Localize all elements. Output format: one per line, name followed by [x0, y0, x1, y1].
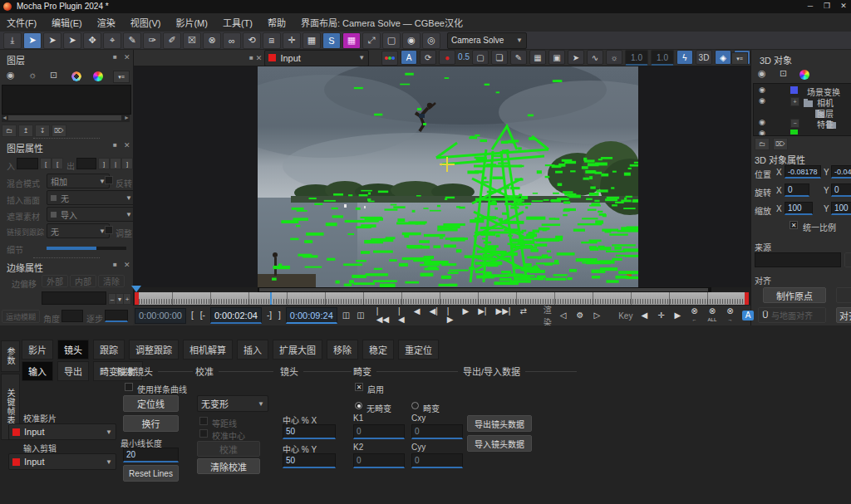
objects-tree[interactable]: ◉ 场景变换 ◉ + 相机 图层 ◉ − 特征 ◉	[753, 83, 851, 136]
menu-item-3[interactable]: 视图(V)	[130, 16, 161, 29]
out-marker[interactable]	[745, 292, 749, 305]
step-forward-button[interactable]: |▶	[445, 307, 455, 324]
gamma-field[interactable]: 1.0	[651, 50, 674, 66]
cxy-field[interactable]: 0	[411, 424, 463, 439]
min-line-length-field[interactable]: 20	[123, 448, 179, 462]
invert-checkbox[interactable]	[105, 176, 113, 184]
current-timecode[interactable]: 0:00:00:00	[135, 308, 186, 324]
timeline-ruler[interactable]	[135, 292, 749, 305]
surface-tool-icon[interactable]: S	[322, 32, 341, 49]
pin-icon[interactable]: ■	[249, 54, 253, 61]
delete-key-right-button[interactable]: ⊗→	[725, 307, 735, 324]
clear-calibration-button[interactable]: 清除校准	[197, 458, 260, 474]
equidistant-checkbox[interactable]	[199, 417, 208, 425]
in-bracket-button[interactable]: [	[40, 158, 52, 169]
module-tab-7[interactable]: 移除	[327, 340, 358, 360]
layer-up-icon[interactable]: ↥	[18, 125, 33, 137]
layers-menu-button[interactable]: ▾≡	[113, 71, 130, 83]
out-bracket-button[interactable]: ]	[98, 158, 110, 169]
cyy-field[interactable]: 0	[411, 453, 463, 468]
delete-point-tool-icon[interactable]: ⊗	[203, 32, 221, 49]
curve-view-icon[interactable]: ∿	[587, 50, 603, 65]
motion-blur-button[interactable]: 运动模糊	[2, 310, 40, 323]
track-forward-button[interactable]: ▷	[592, 311, 602, 320]
alpha-view-icon[interactable]: A	[401, 50, 417, 65]
minimize-button[interactable]: ─	[803, 0, 818, 12]
scroll-right-icon[interactable]: ►	[124, 115, 130, 120]
delete-key-left-button[interactable]: ⊗←	[689, 307, 699, 324]
refresh-view-icon[interactable]: ⟳	[420, 50, 436, 65]
tree-item-features[interactable]: 特征	[817, 118, 834, 130]
in-timecode[interactable]: 0:00:02:04	[210, 307, 262, 324]
import-clip-icon[interactable]: ⤓	[3, 32, 22, 49]
rgb-channels-icon[interactable]	[381, 51, 398, 66]
layers-hscrollbar[interactable]: ◄ ►	[2, 115, 130, 122]
center-y-field[interactable]: 50	[283, 453, 336, 468]
menu-item-2[interactable]: 渲染	[97, 16, 116, 29]
pos-x-field[interactable]: -0.08178	[785, 165, 821, 179]
mark-out-icon[interactable]: ◫	[355, 311, 366, 320]
module-tab-4[interactable]: 相机解算	[183, 340, 233, 360]
link-track-select[interactable]: 无▼	[47, 223, 110, 238]
color-wheel-icon[interactable]	[799, 70, 809, 80]
menu-item-5[interactable]: 工具(T)	[223, 16, 253, 29]
color-wheel-icon[interactable]	[93, 71, 103, 81]
freehand-tool-icon[interactable]: ✐	[163, 32, 181, 49]
lock-icon[interactable]: ⊡	[780, 68, 787, 79]
export-lens-data-button[interactable]: 导出镜头数据	[467, 415, 532, 432]
next-keyframe-button[interactable]: ▶|	[476, 307, 488, 324]
spline-view-icon[interactable]: ✎	[510, 50, 527, 65]
pan-tool-icon[interactable]: ✥	[83, 32, 101, 49]
distortion-radio[interactable]	[411, 402, 419, 409]
dock-icon[interactable]: ■	[113, 141, 117, 149]
mesh-tool-icon[interactable]: ▦	[342, 32, 361, 49]
uberkey-button[interactable]: Ü	[760, 311, 770, 320]
menu-item-1[interactable]: 编辑(E)	[52, 16, 82, 29]
scale-x-field[interactable]: 100	[785, 202, 813, 215]
calibration-clip-select[interactable]: Input▼	[8, 423, 116, 440]
rot-x-field[interactable]: 0	[785, 183, 809, 197]
stretch-tool-icon[interactable]: ⤢	[362, 32, 381, 49]
k2-field[interactable]: 0	[353, 453, 405, 468]
close-panel-icon[interactable]: ✕	[124, 261, 130, 269]
grid-view-icon[interactable]: ▦	[529, 50, 546, 65]
seek-end-button[interactable]: ▶▶|	[494, 307, 512, 324]
grid-tool-icon[interactable]: ▦	[303, 32, 321, 49]
prev-key-button[interactable]: ◀	[639, 311, 649, 320]
distortion-model-select[interactable]: 无变形▼	[197, 395, 268, 412]
detail-slider[interactable]	[47, 247, 126, 250]
stamp-view-icon[interactable]: ▣	[548, 50, 565, 65]
sub-tab-0[interactable]: 输入	[22, 361, 53, 381]
module-tab-3[interactable]: 调整跟踪	[129, 340, 179, 360]
autokey-button[interactable]: A	[742, 311, 755, 321]
sphere-alt-tool-icon[interactable]: ◎	[422, 32, 440, 49]
expander-icon[interactable]: +	[790, 97, 799, 106]
module-tab-9[interactable]: 重定位	[398, 340, 439, 360]
viewport-video[interactable]	[258, 66, 638, 287]
dock-icon[interactable]: ■	[113, 53, 117, 61]
marquee-tool-icon[interactable]: ▢	[382, 32, 401, 49]
menu-item-0[interactable]: 文件(F)	[7, 16, 37, 29]
color-ring-icon[interactable]	[71, 71, 81, 81]
bracket-open-button[interactable]: [	[189, 311, 195, 320]
pos-y-field[interactable]: -0.0405	[831, 165, 851, 179]
set-in-button[interactable]: [-	[199, 311, 207, 320]
align-extra-button[interactable]	[836, 287, 851, 303]
matte-clip-select[interactable]: 导入▼	[47, 207, 136, 222]
brightness-icon[interactable]: ☼	[606, 50, 622, 65]
transform-tool-icon[interactable]: ⧈	[263, 32, 281, 49]
close-button[interactable]: ✕	[836, 0, 851, 12]
edge-plus-button[interactable]: +	[123, 293, 131, 305]
eye-icon[interactable]: ◉	[758, 68, 766, 79]
next-key-button[interactable]: ▶	[673, 311, 683, 320]
step-field[interactable]	[105, 310, 128, 322]
maximize-button[interactable]: ❐	[819, 0, 834, 12]
expander-icon[interactable]: −	[790, 119, 799, 128]
edge-outer-button[interactable]: 外部	[42, 275, 68, 287]
side-tab-parameters[interactable]: 参数	[1, 340, 20, 372]
move-tool-icon[interactable]: ✛	[283, 32, 301, 49]
scroll-thumb[interactable]	[8, 115, 121, 120]
playhead-line[interactable]	[270, 292, 272, 305]
playhead-handle[interactable]	[131, 286, 141, 292]
rotate-select-tool-icon[interactable]: ⟲	[243, 32, 261, 49]
